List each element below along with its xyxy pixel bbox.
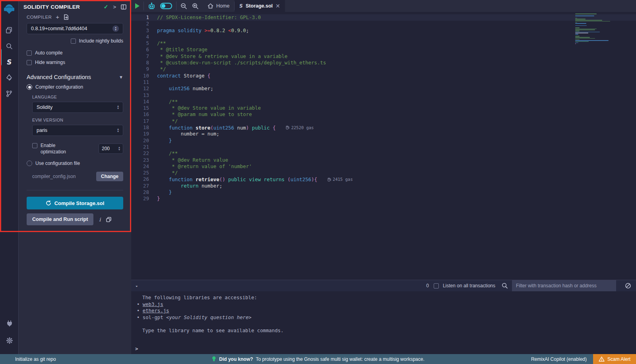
evm-version-select[interactable]: paris ▴▾	[32, 125, 123, 136]
compile-check-icon: ✓	[104, 4, 109, 10]
code-line: 2	[131, 21, 636, 27]
split-panel-icon[interactable]	[121, 4, 126, 10]
line-number: 6	[131, 46, 149, 53]
copilot-toggle[interactable]	[160, 3, 172, 9]
use-configuration-file-label: Use configuration file	[35, 161, 80, 166]
code-line: 1// SPDX-License-Identifier: GPL-3.0	[131, 14, 636, 21]
library-link[interactable]: web3.js	[143, 302, 163, 307]
terminal-line: • sol-gpt <your Solidity question here>	[131, 314, 636, 321]
open-file-icon[interactable]	[63, 14, 68, 20]
evm-version-label: EVM VERSION	[32, 118, 123, 122]
clear-console-icon[interactable]	[620, 283, 636, 289]
scam-alert-badge[interactable]: Scam Alert	[593, 354, 636, 364]
terminal-line	[131, 321, 636, 327]
select-caret-icon: ▴▾	[117, 128, 119, 133]
collapse-terminal-icon[interactable]: ⌄⌄	[135, 285, 138, 287]
code-line: 5/**	[131, 40, 636, 46]
code-line: 9 */	[131, 66, 636, 72]
search-icon[interactable]	[0, 38, 19, 54]
language-select[interactable]: Solidity ▴▾	[32, 102, 123, 113]
solidity-compiler-icon[interactable]: S	[0, 54, 19, 70]
tab-storage-sol[interactable]: S Storage.sol ✕	[235, 0, 285, 12]
runs-stepper-icon[interactable]: ▴▾	[118, 146, 120, 151]
line-number: 18	[131, 124, 149, 131]
terminal-line: • ethers.js	[131, 308, 636, 314]
hide-warnings-row[interactable]: Hide warnings	[27, 60, 123, 65]
compiler-version-select[interactable]: 0.8.19+commit.7dd6d404 ▴▾	[27, 23, 123, 34]
transaction-count: 0	[426, 283, 429, 288]
use-configuration-file-row[interactable]: Use configuration file	[27, 161, 123, 166]
compile-and-run-button[interactable]: Compile and Run script	[27, 213, 93, 225]
code-editor[interactable]: 1// SPDX-License-Identifier: GPL-3.023pr…	[131, 12, 636, 280]
compiler-version-value: 0.8.19+commit.7dd6d404	[31, 26, 87, 31]
terminal-prompt[interactable]: >	[131, 346, 636, 352]
include-nightly-row[interactable]: Include nightly builds	[27, 38, 123, 44]
zoom-in-icon[interactable]	[192, 3, 199, 10]
include-nightly-label: Include nightly builds	[79, 38, 123, 44]
remixai-robot-icon[interactable]	[148, 2, 155, 10]
git-icon[interactable]	[0, 86, 19, 102]
line-number: 9	[131, 66, 149, 72]
code-line: 25 */	[131, 170, 636, 176]
optimization-runs-input[interactable]: 200 ▴▾	[99, 143, 123, 154]
panel-divider	[27, 190, 123, 190]
auto-compile-row[interactable]: Auto compile	[27, 50, 123, 56]
code-line: 15 * @dev Store value in variable	[131, 105, 636, 111]
line-number: 20	[131, 137, 149, 144]
plugin-manager-icon[interactable]	[0, 315, 19, 331]
compiler-configuration-row[interactable]: Compiler configuration	[27, 84, 123, 90]
line-number: 26	[131, 176, 149, 182]
hide-warnings-checkbox[interactable]	[27, 60, 32, 65]
include-nightly-checkbox[interactable]	[71, 39, 76, 44]
line-number: 8	[131, 60, 149, 66]
terminal-line: • web3.js	[131, 301, 636, 308]
remix-logo[interactable]	[3, 3, 15, 15]
library-link[interactable]: ethers.js	[143, 308, 169, 314]
file-explorer-icon[interactable]	[0, 22, 19, 38]
code-line: 4	[131, 34, 636, 40]
enable-optimization-row[interactable]: Enable optimization	[32, 142, 75, 155]
gas-estimate: 2415 gas	[328, 176, 353, 182]
copy-icon[interactable]	[106, 217, 111, 222]
language-label: LANGUAGE	[32, 95, 123, 99]
settings-icon[interactable]	[0, 333, 19, 349]
close-tab-icon[interactable]: ✕	[275, 3, 280, 9]
tab-home[interactable]: Home	[203, 0, 234, 12]
change-config-button[interactable]: Change	[96, 172, 123, 181]
terminal-output[interactable]: The following libraries are accessible:•…	[131, 291, 636, 354]
code-line: 23 * @dev Return value	[131, 157, 636, 163]
evm-version-value: paris	[37, 128, 47, 133]
run-script-play-icon[interactable]	[135, 3, 140, 9]
git-init-button[interactable]: Initialize as git repo	[15, 356, 56, 362]
info-icon[interactable]: i	[99, 217, 101, 223]
code-line: 20 }	[131, 137, 636, 144]
optimization-runs-value: 200	[102, 146, 110, 151]
code-line: 22 /**	[131, 150, 636, 157]
editor-column: Home S Storage.sol ✕ 1// SPDX-License-Id…	[131, 0, 636, 354]
chevron-down-icon: ▼	[119, 75, 123, 79]
add-compiler-icon[interactable]: +	[56, 14, 59, 20]
line-number: 17	[131, 118, 149, 124]
terminal-search-icon[interactable]	[502, 283, 508, 289]
copilot-status[interactable]: RemixAI Copilot (enabled)	[531, 356, 587, 362]
code-line: 11	[131, 79, 636, 85]
advanced-configurations-toggle[interactable]: Advanced Configurations ▼	[27, 74, 123, 80]
deploy-run-icon[interactable]	[0, 70, 19, 86]
line-number: 22	[131, 150, 149, 157]
line-number: 21	[131, 144, 149, 150]
code-line: 17 */	[131, 118, 636, 124]
compile-button[interactable]: Compile Storage.sol	[27, 197, 123, 209]
chevron-right-icon[interactable]: >	[113, 4, 116, 10]
enable-optimization-checkbox[interactable]	[32, 143, 37, 148]
zoom-out-icon[interactable]	[180, 3, 187, 10]
line-number: 14	[131, 99, 149, 105]
transaction-filter-input[interactable]	[512, 280, 616, 292]
line-number: 19	[131, 131, 149, 137]
auto-compile-checkbox[interactable]	[27, 50, 32, 56]
compiler-configuration-radio[interactable]	[27, 84, 32, 90]
hide-warnings-label: Hide warnings	[35, 60, 65, 65]
editor-minimap[interactable]	[575, 14, 612, 45]
listen-transactions-checkbox[interactable]	[434, 283, 439, 288]
use-configuration-file-radio[interactable]	[27, 161, 32, 166]
solidity-file-icon: S	[239, 3, 243, 9]
